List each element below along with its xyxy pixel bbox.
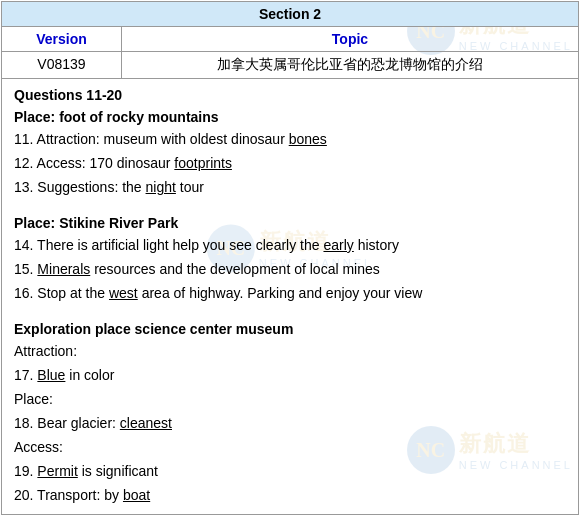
place-label-museum: Place: [14, 389, 566, 410]
access-label: Access: [14, 437, 566, 458]
item-14: 14. There is artificial light help you s… [14, 235, 566, 256]
item-11-underline: bones [289, 131, 327, 147]
version-value: V08139 [2, 52, 122, 78]
item-12: 12. Access: 170 dinosaur footprints [14, 153, 566, 174]
item-13-underline: night [146, 179, 176, 195]
topic-col-header: Topic [122, 27, 578, 51]
item-11: 11. Attraction: museum with oldest dinos… [14, 129, 566, 150]
museum-label: Exploration place science center museum [14, 321, 566, 337]
table-data-row: V08139 加拿大英属哥伦比亚省的恐龙博物馆的介绍 [2, 52, 578, 79]
item-19: 19. Permit is significant [14, 461, 566, 482]
main-container: NC 新航道 NEW CHANNEL NC 新航道 NEW CHANNEL NC… [1, 1, 579, 515]
place-1-label: Place: foot of rocky mountains [14, 109, 566, 125]
item-13: 13. Suggestions: the night tour [14, 177, 566, 198]
version-col-header: Version [2, 27, 122, 51]
section-header: Section 2 [2, 2, 578, 27]
place-2-label: Place: Stikine River Park [14, 215, 566, 231]
table-header-row: Version Topic [2, 27, 578, 52]
item-16-underline: west [109, 285, 138, 301]
item-17-underline: Blue [37, 367, 65, 383]
item-20-underline: boat [123, 487, 150, 503]
item-18-underline: cleanest [120, 415, 172, 431]
attraction-label: Attraction: [14, 341, 566, 362]
item-20: 20. Transport: by boat [14, 485, 566, 506]
item-15: 15. Minerals resources and the developme… [14, 259, 566, 280]
item-17: 17. Blue in color [14, 365, 566, 386]
item-14-underline: early [323, 237, 353, 253]
item-18: 18. Bear glacier: cleanest [14, 413, 566, 434]
questions-label: Questions 11-20 [14, 87, 566, 103]
item-15-underline: Minerals [37, 261, 90, 277]
item-16: 16. Stop at the west area of highway. Pa… [14, 283, 566, 304]
content-area: Questions 11-20 Place: foot of rocky mou… [2, 79, 578, 515]
item-19-underline: Permit [37, 463, 77, 479]
item-12-underline: footprints [174, 155, 232, 171]
topic-value: 加拿大英属哥伦比亚省的恐龙博物馆的介绍 [122, 52, 578, 78]
section-title: Section 2 [259, 6, 321, 22]
